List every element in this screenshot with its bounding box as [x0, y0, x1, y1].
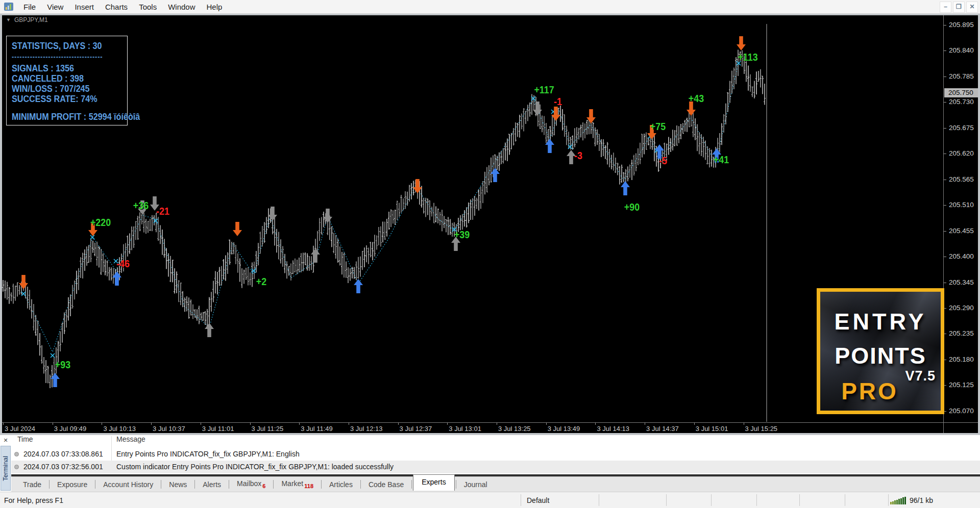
column-header-message[interactable]: Message	[116, 435, 145, 446]
stats-line: SUCCESS RATE: 74%	[12, 93, 97, 105]
price-label: 205.290	[949, 304, 974, 312]
tab-exposure[interactable]: Exposure	[51, 480, 94, 489]
window-border-left	[0, 14, 2, 435]
time-label: 3 Jul 11:49	[301, 425, 333, 433]
tab-articles[interactable]: Articles	[323, 480, 359, 489]
tab-trade[interactable]: Trade	[16, 480, 48, 489]
signal-profit-label: -46	[116, 258, 130, 270]
tab-mailbox[interactable]: Mailbox6	[230, 479, 272, 489]
time-label: 3 Jul 12:13	[350, 425, 383, 433]
price-tick	[944, 231, 946, 232]
price-label: 205.675	[949, 124, 974, 132]
time-label: 3 Jul 12:37	[400, 425, 432, 433]
terminal-close-icon[interactable]: ✕	[2, 437, 9, 444]
price-chart[interactable]: +93+93+220+220-46-46+36+36-21-21+2+2+39+…	[2, 15, 943, 423]
time-tick	[595, 423, 596, 425]
time-tick	[398, 423, 399, 425]
signal-profit-label: -3	[574, 149, 582, 162]
tab-news[interactable]: News	[162, 480, 193, 489]
window-controls: –❐✕	[940, 2, 978, 13]
signal-cross-icon	[90, 235, 94, 239]
price-label: 205.840	[949, 46, 974, 55]
menu-charts[interactable]: Charts	[100, 1, 133, 13]
menu-help[interactable]: Help	[201, 1, 228, 13]
tab-experts[interactable]: Experts	[413, 474, 454, 491]
tab-alerts[interactable]: Alerts	[196, 480, 228, 489]
chevron-down-icon: ▼	[6, 17, 11, 22]
signal-arrow-up-gray	[205, 323, 214, 337]
minimize-icon[interactable]: –	[940, 2, 951, 13]
signal-profit-label: -21	[156, 205, 169, 217]
terminal-panel: ✕ Terminal Time Message 2024.07.03 07:33…	[0, 435, 980, 492]
tab-account-history[interactable]: Account History	[96, 480, 160, 489]
signal-arrow-up-blue	[491, 168, 500, 182]
status-profile[interactable]: Default	[527, 496, 549, 504]
price-label: 205.895	[949, 21, 974, 29]
tab-journal[interactable]: Journal	[457, 480, 494, 489]
signal-arrow-down-orange	[19, 275, 28, 289]
price-tick	[944, 154, 946, 154]
window-border-right	[978, 14, 980, 435]
close-icon[interactable]: ✕	[966, 2, 978, 13]
time-label: 3 Jul 14:37	[646, 425, 679, 433]
stats-line: CANCELLED : 398	[12, 73, 84, 84]
signal-profit-label: +39	[454, 228, 470, 241]
tab-badge: 6	[262, 483, 265, 489]
tab-market[interactable]: Market118	[275, 479, 320, 489]
status-help-text: For Help, press F1	[4, 496, 63, 504]
price-tick	[944, 257, 946, 257]
price-axis[interactable]: 205.895205.840205.785205.730205.675205.6…	[944, 15, 978, 433]
journal-time: 2024.07.03 07:32:56.001	[23, 463, 103, 471]
price-label: 205.345	[949, 278, 974, 287]
signal-profit-label: +220	[90, 216, 111, 228]
status-divider	[711, 494, 712, 506]
stats-profit: MINIMUM PROFIT : 52994 ïóíêòîâ	[12, 111, 140, 122]
time-tick	[645, 423, 645, 425]
chart-symbol-label: GBPJPY,M1	[14, 16, 48, 23]
chart-symbol-tab[interactable]: ▼ GBPJPY,M1	[6, 16, 48, 23]
current-price-label: 205.750	[944, 88, 980, 97]
price-label: 205.785	[949, 72, 974, 81]
terminal-side-tab-label: Terminal	[2, 455, 10, 480]
journal-time: 2024.07.03 07:33:08.861	[23, 450, 103, 458]
logo-line1: ENTRY	[820, 309, 941, 335]
journal-row[interactable]: 2024.07.03 07:32:56.001Custom indicator …	[11, 461, 980, 473]
price-label: 205.455	[949, 227, 974, 235]
entry-points-pro-logo: ENTRY POINTS PRO V7.5	[817, 288, 944, 414]
statistics-panel: STATISTICS, DAYS : 30 ------------------…	[6, 36, 128, 125]
menu-file[interactable]: File	[18, 1, 41, 13]
restore-icon[interactable]: ❐	[953, 2, 965, 13]
price-label: 205.235	[949, 329, 974, 338]
signal-cross-icon	[51, 353, 55, 358]
signal-profit-label: +36	[133, 199, 149, 212]
logo-line3: PRO	[831, 377, 908, 405]
stats-line: SIGNALS : 1356	[12, 63, 74, 74]
time-label: 3 Jul 13:25	[498, 425, 531, 433]
tab-code-base[interactable]: Code Base	[362, 480, 410, 489]
signal-profit-label: +2	[256, 275, 266, 288]
time-label: 3 Jul 13:01	[449, 425, 481, 433]
menu-items: FileViewInsertChartsToolsWindowHelp	[18, 1, 228, 13]
signal-profit-labels: +93+93+220+220-46-46+36+36-21-21+2+2+39+…	[55, 51, 758, 371]
menu-tools[interactable]: Tools	[133, 1, 162, 13]
time-label: 3 Jul 14:13	[597, 425, 629, 433]
menu-window[interactable]: Window	[162, 1, 201, 13]
journal-row[interactable]: 2024.07.03 07:33:08.861Entry Points Pro …	[11, 448, 980, 461]
time-axis[interactable]: 3 Jul 20243 Jul 09:493 Jul 10:133 Jul 10…	[2, 423, 943, 433]
signal-arrow-down-gray	[323, 209, 332, 223]
time-tick	[546, 423, 547, 425]
time-label: 3 Jul 11:25	[252, 425, 284, 433]
column-header-time[interactable]: Time	[17, 435, 33, 446]
tab-separator	[360, 480, 361, 489]
menu-bar: FileViewInsertChartsToolsWindowHelp	[0, 0, 980, 14]
status-traffic: 96/1 kb	[910, 496, 933, 504]
price-label: 205.125	[949, 381, 974, 389]
terminal-side-tab[interactable]: Terminal	[1, 446, 11, 491]
stats-title: STATISTICS, DAYS : 30	[12, 40, 102, 52]
time-tick	[694, 423, 695, 425]
menu-insert[interactable]: Insert	[69, 1, 100, 13]
signal-profit-label: -5	[659, 155, 667, 167]
status-divider	[599, 494, 599, 506]
time-tick	[102, 423, 102, 425]
menu-view[interactable]: View	[41, 1, 69, 13]
